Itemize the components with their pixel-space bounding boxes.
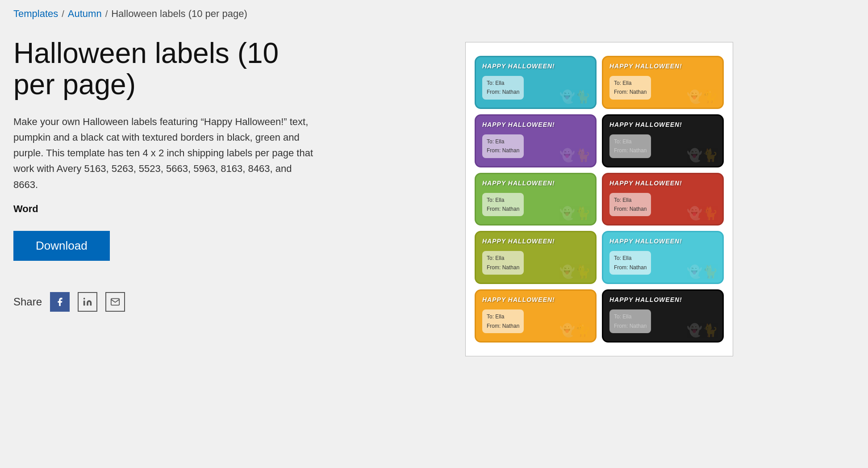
labels-grid: HAPPY HALLOWEEN!To: EllaFrom: NathanHAPP… xyxy=(475,56,724,343)
label-title: HAPPY HALLOWEEN! xyxy=(482,180,589,187)
label-title: HAPPY HALLOWEEN! xyxy=(609,63,716,70)
label-title: HAPPY HALLOWEEN! xyxy=(609,180,716,187)
breadcrumb-current: Halloween labels (10 per page) xyxy=(111,8,247,20)
breadcrumb-templates-link[interactable]: Templates xyxy=(13,8,58,20)
label-to: To: Ella xyxy=(614,196,647,205)
label-card: HAPPY HALLOWEEN!To: EllaFrom: Nathan xyxy=(602,289,724,343)
label-to: To: Ella xyxy=(487,254,519,263)
label-title: HAPPY HALLOWEEN! xyxy=(482,296,589,303)
main-content: Halloween labels (10 per page) Make your… xyxy=(0,24,868,370)
app-type: Word xyxy=(13,203,317,215)
label-from: From: Nathan xyxy=(614,88,647,96)
label-to: To: Ella xyxy=(614,79,647,88)
email-share-button[interactable] xyxy=(105,292,125,312)
label-title: HAPPY HALLOWEEN! xyxy=(609,296,716,303)
right-panel: HAPPY HALLOWEEN!To: EllaFrom: NathanHAPP… xyxy=(344,38,855,356)
label-from: From: Nathan xyxy=(487,146,519,155)
label-to: To: Ella xyxy=(487,312,519,321)
label-title: HAPPY HALLOWEEN! xyxy=(609,121,716,128)
label-card: HAPPY HALLOWEEN!To: EllaFrom: Nathan xyxy=(602,231,724,284)
template-preview: HAPPY HALLOWEEN!To: EllaFrom: NathanHAPP… xyxy=(465,42,733,356)
linkedin-share-button[interactable] xyxy=(78,292,97,312)
label-title: HAPPY HALLOWEEN! xyxy=(482,63,589,70)
label-title: HAPPY HALLOWEEN! xyxy=(482,238,589,245)
label-card: HAPPY HALLOWEEN!To: EllaFrom: Nathan xyxy=(475,289,597,343)
label-from: From: Nathan xyxy=(614,146,647,155)
label-title: HAPPY HALLOWEEN! xyxy=(482,121,589,128)
download-button[interactable]: Download xyxy=(13,231,110,261)
label-to: To: Ella xyxy=(487,137,519,146)
svg-point-1 xyxy=(83,298,85,300)
facebook-share-button[interactable] xyxy=(50,292,70,312)
share-label: Share xyxy=(13,296,42,308)
breadcrumb-autumn-link[interactable]: Autumn xyxy=(68,8,102,20)
label-title: HAPPY HALLOWEEN! xyxy=(609,238,716,245)
label-card: HAPPY HALLOWEEN!To: EllaFrom: Nathan xyxy=(475,231,597,284)
label-to: To: Ella xyxy=(614,137,647,146)
label-to: To: Ella xyxy=(487,79,519,88)
label-to: To: Ella xyxy=(487,196,519,205)
breadcrumb-sep2: / xyxy=(105,9,108,19)
label-from: From: Nathan xyxy=(487,88,519,96)
label-from: From: Nathan xyxy=(487,205,519,213)
label-card: HAPPY HALLOWEEN!To: EllaFrom: Nathan xyxy=(602,56,724,109)
label-from: From: Nathan xyxy=(487,322,519,330)
label-card: HAPPY HALLOWEEN!To: EllaFrom: Nathan xyxy=(475,114,597,167)
label-to: To: Ella xyxy=(614,312,647,321)
label-card: HAPPY HALLOWEEN!To: EllaFrom: Nathan xyxy=(602,114,724,167)
breadcrumb-sep1: / xyxy=(62,9,64,19)
label-from: From: Nathan xyxy=(614,205,647,213)
label-card: HAPPY HALLOWEEN!To: EllaFrom: Nathan xyxy=(475,173,597,226)
svg-rect-0 xyxy=(83,301,85,305)
description: Make your own Halloween labels featuring… xyxy=(13,114,317,192)
label-from: From: Nathan xyxy=(487,263,519,272)
label-card: HAPPY HALLOWEEN!To: EllaFrom: Nathan xyxy=(475,56,597,109)
label-to: To: Ella xyxy=(614,254,647,263)
breadcrumb: Templates / Autumn / Halloween labels (1… xyxy=(0,0,868,24)
page-title: Halloween labels (10 per page) xyxy=(13,38,317,100)
label-from: From: Nathan xyxy=(614,263,647,272)
label-card: HAPPY HALLOWEEN!To: EllaFrom: Nathan xyxy=(602,173,724,226)
label-from: From: Nathan xyxy=(614,322,647,330)
left-panel: Halloween labels (10 per page) Make your… xyxy=(13,38,317,312)
share-section: Share xyxy=(13,292,317,312)
